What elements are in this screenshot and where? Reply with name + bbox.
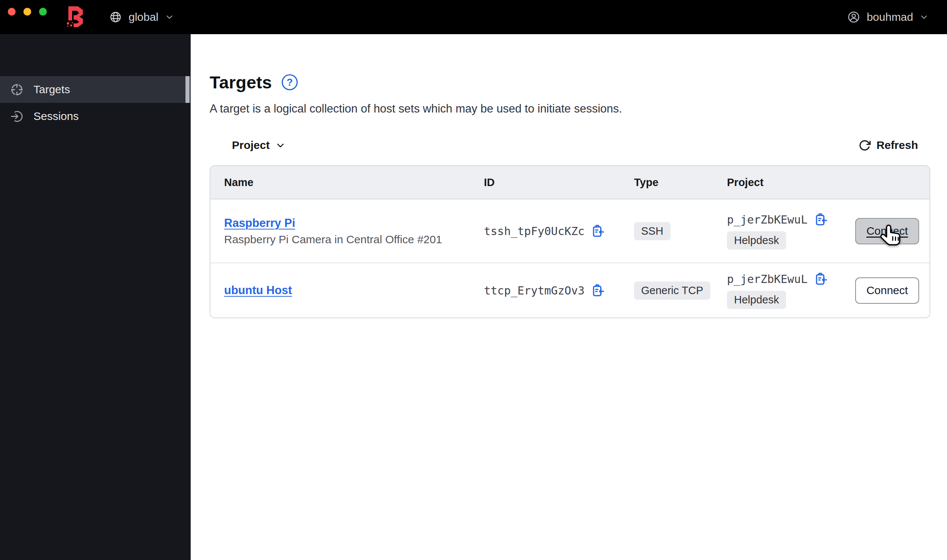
type-cell: SSH: [634, 222, 727, 240]
target-id: ttcp_ErytmGzOv3: [484, 284, 585, 297]
table-header-row: Name ID Type Project: [210, 166, 930, 199]
sidebar: Targets Sessions: [0, 34, 191, 560]
boundary-logo-icon: [66, 6, 85, 28]
chevron-down-icon: [919, 12, 928, 22]
column-header-type: Type: [634, 176, 727, 189]
table-toolbar: Project Refresh: [210, 137, 930, 154]
page-header: Targets ?: [210, 72, 947, 92]
type-badge: Generic TCP: [634, 282, 710, 300]
type-badge: SSH: [634, 222, 671, 240]
clipboard-copy-icon[interactable]: [814, 272, 828, 286]
project-id: p_jerZbKEwuL: [727, 213, 808, 226]
main-content: Targets ? A target is a logical collecti…: [191, 34, 947, 560]
page-title: Targets: [210, 72, 272, 92]
target-description: Raspberry Pi Camera in Central Office #2…: [224, 233, 484, 246]
refresh-button[interactable]: Refresh: [859, 139, 918, 152]
action-cell: Connect: [855, 218, 930, 245]
close-window-button[interactable]: [8, 8, 15, 15]
user-label: bouhmad: [867, 11, 913, 23]
project-filter-dropdown[interactable]: Project: [232, 139, 285, 152]
user-circle-icon: [847, 11, 861, 24]
sidebar-item-label: Sessions: [34, 110, 79, 123]
target-id: tssh_tpFy0UcKZc: [484, 225, 585, 238]
page-description: A target is a logical collection of host…: [210, 102, 947, 115]
target-icon: [10, 83, 24, 97]
sidebar-item-targets[interactable]: Targets: [0, 76, 191, 103]
window-controls: [8, 8, 47, 15]
clipboard-copy-icon[interactable]: [814, 213, 828, 226]
clipboard-copy-icon[interactable]: [591, 224, 605, 238]
target-name-link[interactable]: ubuntu Host: [224, 284, 292, 297]
target-name-link[interactable]: Raspberry Pi: [224, 217, 295, 230]
connect-button[interactable]: Connect: [855, 218, 919, 245]
refresh-icon: [859, 139, 871, 152]
project-name-badge: Helpdesk: [727, 231, 786, 249]
project-cell: p_jerZbKEwuL Helpdesk: [727, 213, 855, 249]
project-filter-label: Project: [232, 139, 270, 152]
table-row: ubuntu Host ttcp_ErytmGzOv3 Generic TCP …: [210, 263, 930, 317]
project-id: p_jerZbKEwuL: [727, 272, 808, 286]
column-header-name: Name: [210, 176, 484, 189]
chevron-down-icon: [275, 140, 285, 151]
active-indicator: [185, 76, 190, 103]
targets-table: Name ID Type Project Raspberry Pi Raspbe…: [210, 165, 930, 318]
refresh-label: Refresh: [876, 139, 918, 152]
name-cell: ubuntu Host: [210, 284, 484, 297]
project-cell: p_jerZbKEwuL Helpdesk: [727, 272, 855, 309]
id-cell: tssh_tpFy0UcKZc: [484, 224, 634, 238]
titlebar: global bouhmad: [0, 0, 947, 34]
sidebar-nav: Targets Sessions: [0, 76, 191, 129]
sign-in-icon: [10, 109, 24, 123]
minimize-window-button[interactable]: [23, 8, 31, 15]
sidebar-item-label: Targets: [34, 83, 70, 96]
sidebar-item-sessions[interactable]: Sessions: [0, 103, 191, 129]
clipboard-copy-icon[interactable]: [591, 284, 605, 297]
name-cell: Raspberry Pi Raspberry Pi Camera in Cent…: [210, 217, 484, 246]
svg-text:?: ?: [287, 77, 293, 88]
column-header-project: Project: [727, 176, 855, 189]
scope-label: global: [129, 11, 158, 23]
type-cell: Generic TCP: [634, 282, 727, 300]
action-cell: Connect: [855, 277, 930, 304]
globe-icon: [109, 11, 122, 23]
table-row: Raspberry Pi Raspberry Pi Camera in Cent…: [210, 199, 930, 263]
connect-button[interactable]: Connect: [855, 277, 919, 304]
zoom-window-button[interactable]: [39, 8, 47, 15]
chevron-down-icon: [165, 12, 174, 22]
help-icon[interactable]: ?: [281, 74, 298, 91]
id-cell: ttcp_ErytmGzOv3: [484, 284, 634, 297]
project-name-badge: Helpdesk: [727, 291, 786, 309]
column-header-id: ID: [484, 176, 634, 189]
user-menu[interactable]: bouhmad: [847, 0, 928, 34]
scope-switcher[interactable]: global: [109, 0, 174, 34]
